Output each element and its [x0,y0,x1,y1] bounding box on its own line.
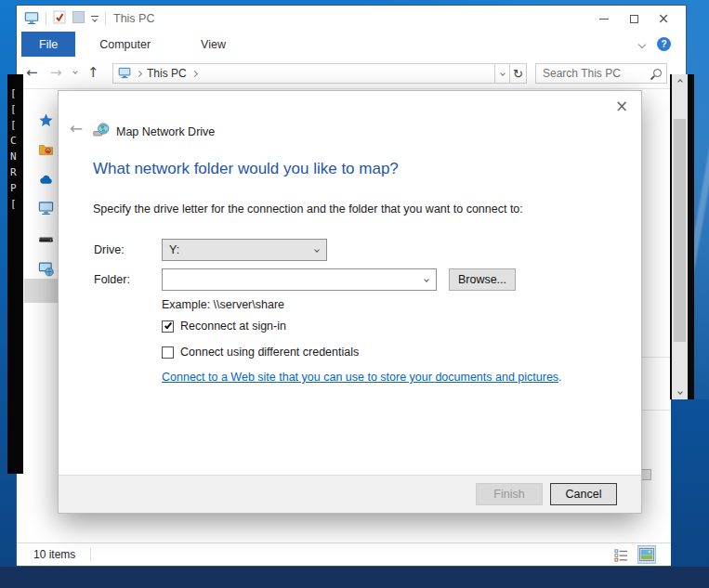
wizard-heading: What network folder would you like to ma… [93,160,399,178]
ribbon-tabs: File Computer View ? [17,32,686,57]
onedrive-icon[interactable] [38,172,54,188]
quick-access-icon[interactable] [38,112,54,128]
search-box [535,63,667,84]
close-button[interactable]: × [649,6,678,32]
web-link-row: Connect to a Web site that you can use t… [162,371,562,384]
new-folder-icon[interactable] [72,11,85,26]
example-text: Example: \\server\share [162,298,284,311]
map-drive-icon [93,122,110,138]
taskbar[interactable] [0,567,709,588]
cancel-button[interactable]: Cancel [550,483,617,505]
finish-button[interactable]: Finish [476,483,543,505]
creative-cloud-icon[interactable] [38,142,54,158]
toolbar-divider [105,12,106,25]
desktop: This PC × File Computer View ? ← → ↑ [0,0,709,588]
search-icon[interactable] [650,68,662,80]
status-bar: 10 items [17,542,686,566]
console-scrollbar[interactable] [670,74,688,399]
forward-icon[interactable]: → [50,64,62,81]
ribbon-collapse-icon[interactable] [638,40,646,47]
reconnect-checkbox-row: Reconnect at sign-in [162,320,286,333]
refresh-icon[interactable]: ↻ [510,63,527,84]
quick-access-toolbar [24,10,106,28]
window-title: This PC [113,12,154,25]
drive-label: Drive: [94,243,125,256]
minimize-button[interactable] [589,6,619,32]
address-bar: ← → ↑ This PC ↻ [17,57,686,89]
dialog-title: Map Network Drive [116,125,215,138]
status-divider [90,548,91,561]
qat-customize-icon[interactable] [91,16,98,21]
drive-select[interactable]: Y: [162,239,327,261]
address-location[interactable]: This PC [112,63,495,84]
help-icon[interactable]: ? [657,37,671,51]
tab-file[interactable]: File [21,32,75,57]
scroll-up-icon[interactable] [672,74,688,89]
items-count: 10 items [33,548,75,561]
folder-input[interactable] [169,273,425,286]
instruction-text: Specify the drive letter for the connect… [93,203,523,216]
tab-view[interactable]: View [185,32,242,57]
up-icon[interactable]: ↑ [87,64,99,81]
location-monitor-icon [118,66,131,82]
address-dropdown-icon[interactable] [495,63,510,84]
breadcrumb-location[interactable]: This PC [147,67,187,80]
search-input[interactable] [543,67,650,80]
reconnect-checkbox-label: Reconnect at sign-in [180,320,286,333]
folder-combobox[interactable] [162,268,437,291]
dialog-close-button[interactable]: × [611,96,632,116]
link-period: . [558,371,561,384]
browse-button[interactable]: Browse... [449,268,516,291]
console-window-edge: [ [ [ C N R P [ [7,74,23,474]
this-pc-sidebar-icon[interactable] [38,200,54,216]
thumbnail-view-button[interactable] [637,545,656,564]
breadcrumb-chevron-icon[interactable] [191,70,198,76]
this-pc-icon[interactable] [24,10,39,28]
details-view-button[interactable] [611,545,630,564]
folder-label: Folder: [94,273,130,286]
checkmark-icon [164,321,171,330]
scroll-thumb[interactable] [674,119,686,342]
desktop-wallpaper [671,399,709,567]
credentials-checkbox-label: Connect using different credentials [180,346,359,359]
back-icon[interactable]: ← [26,64,38,81]
title-bar: This PC × [17,6,686,32]
maximize-button[interactable] [619,6,649,32]
reconnect-checkbox[interactable] [162,320,174,333]
credentials-checkbox-row: Connect using different credentials [162,346,359,359]
network-icon[interactable] [38,261,54,277]
dialog-footer: Finish Cancel [59,475,641,513]
chevron-down-icon [314,247,320,253]
recent-locations-icon[interactable] [72,69,78,74]
window-controls: × [589,6,678,32]
toolbar-divider [46,12,46,25]
properties-icon[interactable] [53,10,66,27]
console-window-border [688,74,694,399]
chevron-down-icon [424,277,429,282]
drive-icon[interactable] [38,231,54,247]
web-link[interactable]: Connect to a Web site that you can use t… [162,371,558,384]
scroll-down-icon[interactable] [672,385,688,399]
drive-value: Y: [169,243,179,256]
tab-computer[interactable]: Computer [84,32,166,57]
credentials-checkbox[interactable] [162,346,174,359]
breadcrumb-chevron-icon[interactable] [136,70,142,76]
map-network-drive-dialog: × ← Map Network Drive What network folde… [58,90,642,514]
dialog-back-icon[interactable]: ← [70,119,83,137]
